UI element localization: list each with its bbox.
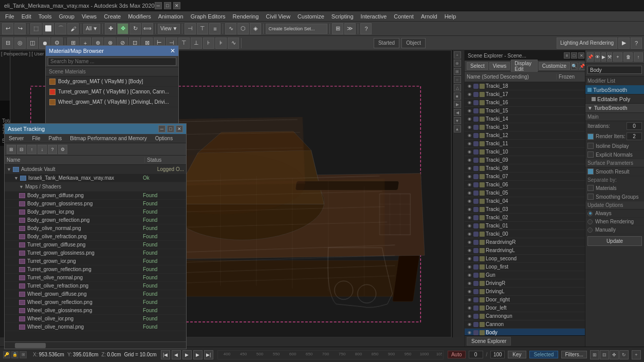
align-btn[interactable]: ⊤ (197, 23, 208, 34)
manually-radio[interactable] (587, 227, 593, 233)
play-btn[interactable]: ▶ (182, 350, 192, 359)
asset-row-15[interactable]: Wheel_olive_ior.png Found (5, 315, 186, 323)
mod-add-btn[interactable]: + (613, 52, 622, 62)
visibility-icon-5[interactable]: ◉ (466, 124, 473, 131)
maximize-btn[interactable]: □ (164, 2, 171, 9)
asset-row-5[interactable]: Body_olive_refraction.png Found (5, 233, 186, 241)
started-tab[interactable]: Started (374, 38, 399, 48)
visibility-icon-7[interactable]: ◉ (466, 140, 473, 147)
visibility-icon-8[interactable]: ◉ (466, 148, 473, 156)
iterations-input[interactable] (627, 122, 642, 130)
menu-modifiers[interactable]: Modifiers (125, 13, 154, 20)
visibility-icon-25[interactable]: ◉ (466, 288, 473, 295)
scene-item-tracki_01[interactable]: ◉ Tracki_01 (465, 222, 587, 230)
select-move-btn[interactable]: ✥ (117, 23, 128, 34)
render-iters-checkbox[interactable] (587, 134, 594, 140)
lock-btn[interactable]: 🔒 (11, 351, 19, 358)
scene-item-gun[interactable]: ◉ Gun (465, 271, 587, 279)
scene-item-tracki_04[interactable]: ◉ Tracki_04 (465, 197, 587, 205)
scene-item-drivingr[interactable]: ◉ DrivingR (465, 279, 587, 288)
asset-tb-6[interactable]: ⚙ (58, 145, 67, 154)
asset-tb-3[interactable]: ↑ (27, 145, 36, 154)
asset-maximize-btn[interactable]: □ (167, 125, 174, 132)
scene-item-loop_first[interactable]: ◉ Loop_first (465, 263, 587, 271)
go-end-btn[interactable]: ▶| (204, 350, 213, 359)
mat-item-wheel[interactable]: Wheel_grown_MAT ( VRayMtl ) [DrivingL, D… (46, 97, 178, 107)
asset-row-9[interactable]: Turret_grown_reflection.png Found (5, 265, 186, 274)
lighting-rendering-btn[interactable]: Lighting And Rendering (557, 37, 617, 49)
next-frame-btn[interactable]: ▶ (193, 350, 203, 359)
render-iters-input[interactable] (627, 132, 642, 140)
expand-btn[interactable]: ⊞ (20, 351, 27, 358)
visibility-icon-20[interactable]: ◉ (466, 247, 473, 254)
asset-scrollbar-thumb[interactable] (15, 343, 46, 348)
smoothing-groups-checkbox[interactable] (587, 194, 594, 200)
se-display-edit-btn[interactable]: Display Edit (511, 60, 537, 73)
menu-help[interactable]: Help (441, 13, 459, 20)
asset-row-14[interactable]: Wheel_olive_glossiness.png Found (5, 307, 186, 315)
visibility-icon-13[interactable]: ◉ (466, 189, 473, 197)
visibility-icon-22[interactable]: ◉ (466, 263, 473, 271)
asset-menu-file[interactable]: File (28, 136, 44, 141)
asset-menu-bitmap[interactable]: Bitmap Performance and Memory (66, 136, 151, 141)
menu-views[interactable]: Views (79, 13, 100, 20)
menu-create[interactable]: Create (101, 13, 124, 20)
t14[interactable]: ∿ (228, 37, 239, 49)
scene-list[interactable]: ◉ Tracki_18 ◉ Tracki_17 ◉ Tracki_16 ◉ Tr… (465, 82, 587, 335)
window-controls[interactable]: ─ □ ✕ (155, 2, 180, 9)
key-mode-btn[interactable]: 🔑 (3, 351, 10, 358)
vp-tool-1[interactable]: + (454, 51, 461, 59)
visibility-icon-2[interactable]: ◉ (466, 99, 473, 106)
scene-item-tracki_12[interactable]: ◉ Tracki_12 (465, 131, 587, 140)
menu-group[interactable]: Group (56, 13, 78, 20)
visibility-icon-16[interactable]: ◉ (466, 214, 473, 221)
lasso-btn[interactable]: ⌒ (55, 23, 66, 34)
scene-item-tracki_15[interactable]: ◉ Tracki_15 (465, 107, 587, 115)
mirror-btn[interactable]: ⊣ (185, 23, 196, 34)
asset-close-btn[interactable]: ✕ (176, 125, 183, 132)
scene-item-door_left[interactable]: ◉ Door_left (465, 304, 587, 312)
viewport-config-btn[interactable]: ⊟ (2, 37, 13, 49)
visibility-icon-0[interactable]: ◉ (466, 83, 473, 90)
t13[interactable]: ⊧ (215, 37, 227, 49)
asset-minimize-btn[interactable]: ─ (158, 125, 165, 132)
asset-row-3[interactable]: Body_grown_reflection.png Found (5, 216, 186, 224)
frame-end-input[interactable] (490, 351, 505, 358)
visibility-icon-15[interactable]: ◉ (466, 206, 473, 213)
asset-file-tank[interactable]: ▼ Israeli_Tank_Merkava_max_vray.max Ok (5, 174, 186, 182)
schematic-btn[interactable]: ⬡ (237, 23, 249, 34)
vp-tool-3[interactable]: ⊞ (454, 68, 461, 75)
maximize-viewport-btn[interactable]: + (632, 350, 641, 359)
frame-input[interactable] (469, 351, 483, 358)
scene-item-tracki_11[interactable]: ◉ Tracki_11 (465, 140, 587, 148)
asset-row-10[interactable]: Turret_olive_normal.png Found (5, 274, 186, 282)
visibility-icon-21[interactable]: ◉ (466, 255, 473, 262)
update-btn[interactable]: Update (587, 236, 642, 246)
mod-move-up-btn[interactable]: ↑ (634, 52, 643, 62)
visibility-icon-23[interactable]: ◉ (466, 272, 473, 279)
select-object-btn[interactable]: ✚ (105, 23, 116, 34)
visibility-icon-26[interactable]: ◉ (466, 296, 473, 303)
scene-item-reardrivingr[interactable]: ◉ ReardrivingR (465, 238, 587, 246)
mod-utility-btn[interactable]: ⚒ (607, 52, 612, 62)
visibility-icon-30[interactable]: ◉ (466, 329, 473, 336)
vp-tool-6[interactable]: ■ (454, 92, 461, 100)
curve-editor-btn[interactable]: ∿ (225, 23, 236, 34)
select-region-btn[interactable]: ⬜ (43, 23, 54, 34)
menu-edit[interactable]: Edit (19, 13, 34, 20)
undo-btn[interactable]: ↩ (2, 23, 13, 34)
visibility-icon-17[interactable]: ◉ (466, 222, 473, 230)
asset-tb-2[interactable]: ⊟ (17, 145, 26, 154)
visibility-icon-11[interactable]: ◉ (466, 173, 473, 180)
asset-row-16[interactable]: Wheel_olive_normal.png Found (5, 323, 186, 331)
always-radio[interactable] (587, 211, 593, 216)
vp-tool-2[interactable]: ⊕ (454, 60, 461, 67)
select-btn[interactable]: ⬚ (30, 23, 42, 34)
visibility-icon-18[interactable]: ◉ (466, 231, 473, 238)
mod-delete-btn[interactable]: 🗑 (623, 52, 633, 62)
render-btn[interactable]: ▶ (618, 37, 630, 49)
scene-item-tracki_03[interactable]: ◉ Tracki_03 (465, 205, 587, 214)
select-type-dropdown[interactable]: All ▼ (83, 24, 100, 34)
asset-row-8[interactable]: Turret_grown_ior.png Found (5, 257, 186, 265)
editable-poly-modifier[interactable]: Editable Poly (585, 94, 644, 104)
